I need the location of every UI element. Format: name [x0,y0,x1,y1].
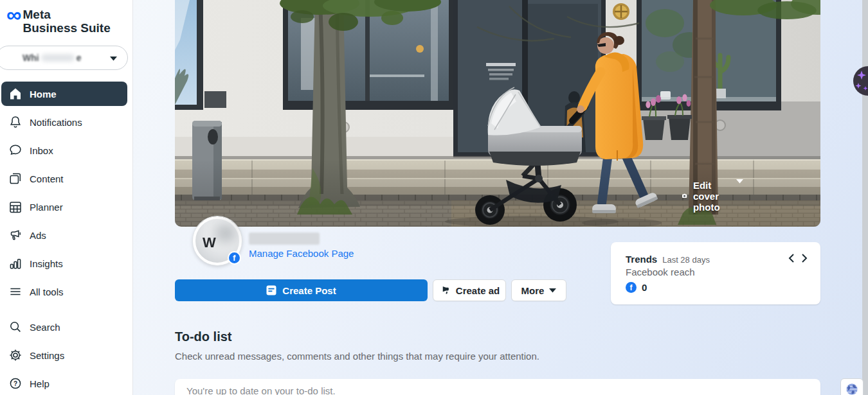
manage-facebook-page-link[interactable]: Manage Facebook Page [249,248,354,259]
avatar-blur [215,225,235,241]
megaphone-icon [8,227,23,243]
hamburger-icon [8,284,23,299]
chevron-down-icon [549,288,556,293]
facebook-reach-value: 0 [642,282,647,293]
globe-button[interactable] [840,378,863,395]
facebook-icon: f [626,282,637,293]
chevron-left-icon[interactable] [788,254,794,263]
chevron-down-icon [736,179,788,213]
sidebar-item-all-tools[interactable]: All tools [1,277,127,306]
sidebar-item-help[interactable]: ? Help [1,369,127,395]
calendar-icon [8,199,23,215]
more-button[interactable]: More [511,279,566,301]
create-ad-button[interactable]: Create ad [433,279,506,301]
chevron-down-icon [110,52,117,64]
page-name-blurred [249,233,320,245]
sidebar-nav: Home Notifications Inbox Content [1,80,127,306]
sidebar-item-inbox[interactable]: Inbox [1,136,127,164]
help-icon: ? [8,376,23,391]
megaphone-icon [439,285,451,296]
page-selector-text: Whi [23,53,39,63]
bar-chart-icon [8,256,23,271]
sidebar-item-home[interactable]: Home [1,82,127,106]
page-avatar[interactable]: W f [193,216,242,265]
camera-icon [682,193,687,198]
meta-business-suite-logo[interactable]: ∞ MetaBusiness Suite [6,5,111,35]
sparkles-icon [853,66,868,96]
svg-text:?: ? [14,380,17,387]
meta-infinity-icon: ∞ [6,5,21,35]
logo-text: MetaBusiness Suite [23,5,111,35]
home-icon [8,86,23,101]
todo-list-card: You're up to date on your to-do list. [175,379,820,395]
globe-icon [845,382,859,395]
post-icon [266,285,276,295]
business-page-selector[interactable]: Whi e [0,46,128,70]
facebook-badge-icon: f [228,251,241,265]
todo-list-subtitle: Check unread messages, comments and othe… [175,351,539,362]
trends-period: Last 28 days [662,255,710,265]
avatar-letter: W [203,234,216,251]
meta-business-suite-app: ∞ MetaBusiness Suite Whi e Home Notif [0,0,868,395]
chat-bubble-icon [8,143,23,158]
bell-icon [8,114,23,130]
sidebar-item-notifications[interactable]: Notifications [1,108,127,136]
sidebar: ∞ MetaBusiness Suite Whi e Home Notif [0,0,133,395]
sidebar-item-content[interactable]: Content [1,164,127,193]
ai-assistant-button[interactable] [853,66,868,96]
gear-icon [8,347,23,363]
trends-card: Trends Last 28 days Facebook reach f 0 [611,242,820,304]
edit-cover-photo-button[interactable]: Edit cover photo [682,179,788,213]
content-icon [8,171,23,186]
sidebar-item-ads[interactable]: Ads [1,221,127,249]
trends-metric: Facebook reach [626,267,808,277]
create-post-button[interactable]: Create Post [175,279,428,301]
sidebar-item-settings[interactable]: Settings [1,341,127,369]
scrollbar-track[interactable] [862,0,868,395]
chevron-right-icon[interactable] [802,254,808,263]
sidebar-footer-nav: Search Settings ? Help [1,313,127,395]
trends-title: Trends [626,254,657,265]
todo-list-title: To-do list [175,329,232,344]
todo-empty-message: You're up to date on your to-do list. [186,385,336,395]
cover-photo: Edit cover photo [175,0,820,227]
sidebar-item-search[interactable]: Search [1,313,127,341]
search-icon [8,319,23,335]
blurred-page-name [41,54,75,62]
sidebar-item-insights[interactable]: Insights [1,249,127,277]
sidebar-item-planner[interactable]: Planner [1,193,127,221]
